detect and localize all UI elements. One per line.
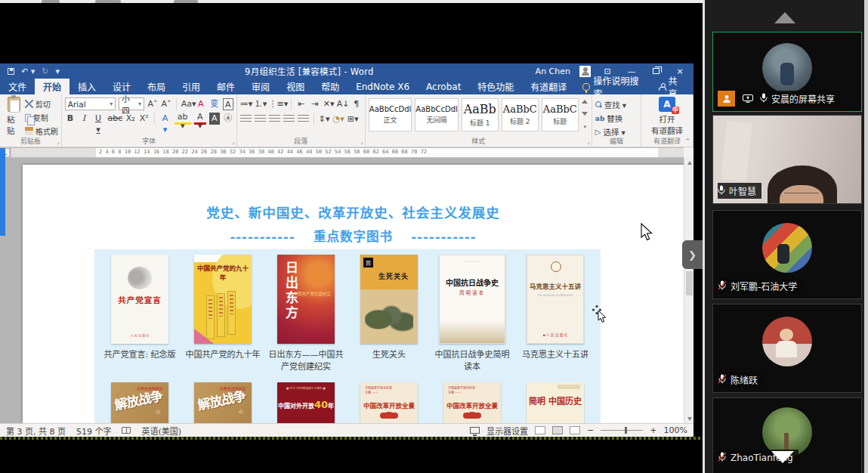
redo-icon[interactable]: ↻ [42, 66, 48, 76]
proofing-icon[interactable] [122, 427, 131, 434]
zoom-out-button[interactable]: − [587, 425, 594, 435]
qat-customize-icon[interactable]: ▾ [55, 66, 60, 76]
sidebar-collapse-handle[interactable]: ❯ [682, 240, 703, 269]
tab-review[interactable]: 审阅 [243, 79, 278, 94]
tab-youdao[interactable]: 有道翻译 [522, 79, 575, 94]
font-color-button[interactable]: A ▾ [194, 113, 206, 125]
copy-button[interactable]: 复制 [25, 112, 58, 123]
borders-button[interactable]: ⊞▾ [348, 113, 359, 125]
scroll-participants-up-button[interactable] [774, 12, 795, 23]
bold-button[interactable]: B [65, 113, 76, 125]
styles-more[interactable]: ▾ [584, 124, 587, 130]
document-page[interactable]: 党史、新中国史、改革开放史、社会主义发展史 ----------- 重点数字图书… [23, 165, 684, 423]
strikethrough-button[interactable]: abc [107, 113, 122, 125]
cut-button[interactable]: 剪切 [25, 98, 58, 110]
scroll-up-button[interactable] [685, 158, 693, 167]
change-case-button[interactable]: Aa▾ [181, 98, 193, 110]
document-canvas[interactable]: 党史、新中国史、改革开放史、社会主义发展史 ----------- 重点数字图书… [0, 158, 684, 423]
shrink-font-button[interactable]: A˅ [161, 98, 171, 110]
web-layout-button[interactable] [570, 426, 580, 434]
print-layout-button[interactable] [552, 426, 563, 434]
style-title[interactable]: AaBbC 标题 [542, 98, 579, 131]
decrease-indent-button[interactable]: ⇤ [296, 98, 307, 110]
tab-insert[interactable]: 插入 [70, 79, 104, 94]
styles-dialog-launcher[interactable]: ⌟ [587, 138, 590, 145]
increase-indent-button[interactable]: ⇥ [310, 98, 320, 110]
paste-button[interactable]: 粘贴 [3, 97, 25, 136]
underline-button[interactable]: U ▾ [92, 113, 105, 125]
bullets-button[interactable]: ≔▾ [240, 98, 252, 110]
distribute-button[interactable] [298, 115, 309, 124]
format-painter-button[interactable]: 格式刷 [25, 125, 58, 137]
page-indicator[interactable]: 第 3 页, 共 8 页 [6, 425, 66, 437]
clipboard-dialog-launcher[interactable]: ⌟ [57, 138, 60, 145]
replace-button[interactable]: ab替换 [595, 113, 638, 124]
horizontal-ruler[interactable]: L 2 4 6 8 10 12 14 16 18 20 22 24 26 28 … [0, 147, 684, 158]
grow-font-button[interactable]: A˄ [147, 98, 158, 110]
tab-endnote[interactable]: EndNote X6 [348, 79, 418, 94]
clear-formatting-button[interactable]: A [196, 98, 206, 110]
line-spacing-button[interactable]: ⇕▾ [319, 113, 330, 125]
read-mode-button[interactable] [535, 426, 545, 434]
zoom-in-button[interactable]: + [650, 425, 656, 435]
undo-icon[interactable]: ↶ ▾ [21, 66, 35, 76]
tab-file[interactable]: 文件 [0, 79, 35, 94]
italic-button[interactable]: I [79, 113, 89, 125]
style-heading1[interactable]: AaBb 标题 1 [462, 98, 499, 131]
paragraph-dialog-launcher[interactable]: ⌟ [360, 138, 363, 145]
text-effects-button[interactable]: A ▾ [159, 113, 171, 125]
asian-layout-button[interactable]: ✕▾ [323, 98, 334, 110]
styles-scroll-up[interactable] [582, 100, 588, 104]
show-marks-button[interactable]: ¶ [351, 98, 362, 110]
align-left-button[interactable] [240, 115, 252, 124]
account-avatar[interactable] [579, 66, 591, 77]
scroll-participants-down-button[interactable] [771, 451, 794, 463]
tab-special-features[interactable]: 特色功能 [469, 79, 522, 94]
scroll-thumb[interactable] [686, 271, 693, 295]
align-right-button[interactable] [269, 115, 280, 124]
shading-button[interactable]: A [209, 113, 220, 125]
phonetic-guide-button[interactable]: 变 [209, 98, 220, 110]
tell-me-search[interactable]: 操作说明搜索 [575, 79, 650, 94]
display-settings[interactable]: 显示器设置 [487, 425, 528, 437]
tab-references[interactable]: 引用 [174, 79, 209, 94]
highlight-button[interactable]: ab ▾ [175, 113, 191, 125]
tab-home[interactable]: 开始 [35, 79, 70, 94]
zoom-level[interactable]: 100% [664, 425, 687, 435]
style-no-spacing[interactable]: AaBbCcDdl 无间隔 [415, 98, 458, 131]
participant-tile[interactable]: 刘军鹏-石油大学 [712, 210, 862, 299]
font-dialog-launcher[interactable]: ⌟ [232, 138, 235, 145]
multilevel-list-button[interactable]: ⋮≡▾ [269, 98, 286, 110]
style-normal[interactable]: AaBbCcDdl 正文 [369, 98, 412, 131]
numbering-button[interactable]: ⒈▾ [255, 98, 266, 110]
align-center-button[interactable] [255, 115, 266, 124]
scroll-down-button[interactable] [685, 414, 693, 423]
sort-button[interactable]: A↓ [337, 98, 348, 110]
language-indicator[interactable]: 英语(美国) [141, 425, 181, 437]
font-size-combo[interactable]: 小四▾ [119, 97, 144, 110]
superscript-button[interactable]: X² [139, 113, 150, 125]
tab-layout[interactable]: 布局 [139, 79, 174, 94]
restore-button[interactable] [648, 66, 663, 76]
vertical-scrollbar[interactable] [684, 158, 693, 423]
tab-acrobat[interactable]: Acrobat [418, 79, 469, 94]
tab-view[interactable]: 视图 [278, 79, 313, 94]
share-button[interactable]: 共享 [650, 79, 693, 94]
justify-button[interactable] [283, 115, 295, 124]
tab-mailings[interactable]: 邮件 [209, 79, 243, 94]
find-button[interactable]: 查找 ▾ [595, 99, 638, 110]
word-count[interactable]: 519 个字 [76, 425, 112, 437]
zoom-slider[interactable] [601, 430, 643, 431]
participant-tile[interactable]: 叶智慧 [712, 115, 862, 204]
font-family-combo[interactable]: Arial▾ [65, 97, 116, 110]
account-name[interactable]: An Chen [536, 66, 570, 76]
character-border-button[interactable]: A [223, 98, 233, 110]
open-youdao-button[interactable]: A 打开 有道翻译 [644, 97, 690, 136]
participant-tile-presenter[interactable]: 安晨的屏幕共享 [712, 32, 862, 112]
tab-help[interactable]: 帮助 [313, 79, 348, 94]
participant-tile[interactable]: 陈绪跃 [712, 304, 862, 393]
enclose-characters-button[interactable]: ⓐ [223, 113, 233, 125]
shading-fill-button[interactable]: ◔▾ [333, 113, 344, 125]
subscript-button[interactable]: X₂ [125, 113, 136, 125]
collapse-ribbon-button[interactable]: ⌃ [684, 138, 690, 145]
